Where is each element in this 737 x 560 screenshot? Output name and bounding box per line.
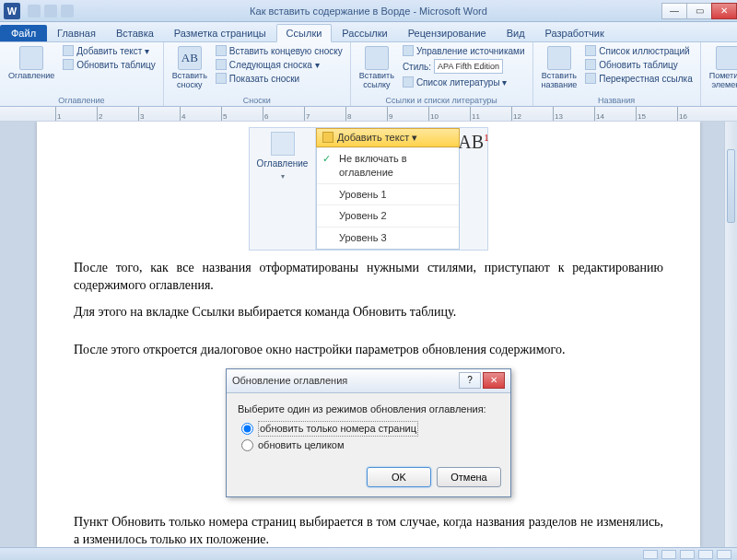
ruler-tick: 10 <box>428 107 470 121</box>
ruler-tick: 13 <box>553 107 594 121</box>
embedded-ribbon-dropdown: Оглавление ▾ Добавить текст ▾ Не включат… <box>249 127 488 251</box>
next-footnote-button[interactable]: Следующая сноска ▾ <box>214 58 345 71</box>
view-draft-icon[interactable] <box>717 550 731 559</box>
paragraph: После того, как все названия отформатиро… <box>74 260 663 295</box>
maximize-button[interactable]: ▭ <box>686 3 712 19</box>
ab-icon: AB <box>178 46 202 70</box>
group-index: Пометить элемент Предметный указатель Об… <box>701 42 737 106</box>
paragraph: Пункт Обновить только номера страниц выб… <box>74 514 663 547</box>
insert-endnote-button[interactable]: Вставить концевую сноску <box>214 44 345 57</box>
ruler-tick: 15 <box>636 107 677 121</box>
qat-save-icon[interactable] <box>28 5 41 18</box>
ruler-tick: 11 <box>470 107 511 121</box>
sources-icon <box>403 45 414 56</box>
ruler-tick: 9 <box>387 107 428 121</box>
mark-icon <box>716 46 737 70</box>
tab-file[interactable]: Файл <box>0 25 47 41</box>
cancel-button[interactable]: Отмена <box>437 467 501 487</box>
window-title: Как вставить содержание в Ворде - Micros… <box>250 6 487 17</box>
group-footnotes: AB Вставить сноску Вставить концевую сно… <box>164 42 351 106</box>
view-reading-icon[interactable] <box>661 550 676 559</box>
paragraph: Для этого на вкладке Ссылки выбирается к… <box>74 304 663 321</box>
dialog-close-button[interactable]: ✕ <box>483 372 505 389</box>
ruler-tick: 1 <box>55 107 97 121</box>
table-figures-button[interactable]: Список иллюстраций <box>583 44 694 57</box>
ruler-tick: 8 <box>345 107 387 121</box>
qat-redo-icon[interactable] <box>61 5 74 18</box>
view-web-icon[interactable] <box>680 550 695 559</box>
menu-item-not-include[interactable]: Не включать в оглавление <box>317 147 459 183</box>
tab-page-layout[interactable]: Разметка страницы <box>164 24 276 41</box>
ruler-tick: 16 <box>677 107 719 121</box>
ruler-tick: 14 <box>594 107 636 121</box>
tab-home[interactable]: Главная <box>47 24 106 41</box>
refresh-icon <box>585 59 596 70</box>
ruler-tick: 7 <box>304 107 345 121</box>
endnote-icon <box>216 45 227 56</box>
dialog-title: Обновление оглавления <box>232 374 457 388</box>
update-caption-table-button[interactable]: Обновить таблицу <box>583 58 694 71</box>
view-print-layout-icon[interactable] <box>643 550 658 559</box>
add-text-dropdown-header: Добавить текст ▾ <box>316 128 460 147</box>
quick-access-toolbar <box>28 5 74 18</box>
style-row: Стиль: APA Fifth Edition <box>401 58 527 75</box>
insert-caption-button[interactable]: Вставить название <box>539 44 580 92</box>
plus-icon <box>322 132 333 143</box>
bibliography-button[interactable]: Список литературы ▾ <box>401 76 527 88</box>
tab-review[interactable]: Рецензирование <box>398 24 497 41</box>
tab-references[interactable]: Ссылки <box>276 24 333 42</box>
menu-item-level3[interactable]: Уровень 3 <box>317 227 459 249</box>
ribbon: Оглавление Добавить текст ▾ Обновить таб… <box>0 42 737 107</box>
citation-icon <box>365 46 389 70</box>
list-icon <box>585 45 596 56</box>
dialog-prompt: Выберите один из режимов обновления огла… <box>238 402 499 416</box>
ruler-tick: 12 <box>511 107 553 121</box>
page[interactable]: Оглавление ▾ Добавить текст ▾ Не включат… <box>37 122 700 547</box>
horizontal-ruler[interactable]: 12345678910111213141516 <box>0 107 737 122</box>
menu-item-level1[interactable]: Уровень 1 <box>317 183 459 205</box>
tab-developer[interactable]: Разработчик <box>535 24 614 41</box>
radio-input[interactable] <box>241 423 253 435</box>
radio-input[interactable] <box>241 439 253 451</box>
radio-page-numbers[interactable]: обновить только номера страниц <box>241 421 499 437</box>
vertical-scrollbar[interactable] <box>724 122 737 547</box>
show-notes-button[interactable]: Показать сноски <box>214 72 345 85</box>
scrollbar-thumb[interactable] <box>727 149 735 223</box>
document-area: Оглавление ▾ Добавить текст ▾ Не включат… <box>0 122 737 547</box>
tab-insert[interactable]: Вставка <box>106 24 164 41</box>
manage-sources-button[interactable]: Управление источниками <box>401 44 527 57</box>
dialog-help-button[interactable]: ? <box>459 372 481 389</box>
tab-mailings[interactable]: Рассылки <box>332 24 397 41</box>
insert-footnote-button[interactable]: AB Вставить сноску <box>170 44 210 92</box>
app-icon: W <box>4 3 20 19</box>
ruler-tick: 3 <box>138 107 180 121</box>
view-outline-icon[interactable] <box>698 550 713 559</box>
statusbar <box>0 547 737 560</box>
group-citations: Вставить ссылку Управление источниками С… <box>351 42 533 106</box>
ok-button[interactable]: OK <box>367 467 431 487</box>
qat-undo-icon[interactable] <box>44 5 57 18</box>
ruler-tick: 4 <box>180 107 221 121</box>
ruler-tick: 5 <box>221 107 263 121</box>
radio-entire[interactable]: обновить целиком <box>241 438 499 452</box>
add-text-button[interactable]: Добавить текст ▾ <box>61 44 158 57</box>
titlebar: W Как вставить содержание в Ворде - Micr… <box>0 0 737 22</box>
group-captions: Вставить название Список иллюстраций Обн… <box>533 42 701 106</box>
toc-button[interactable]: Оглавление <box>6 44 57 83</box>
cross-reference-button[interactable]: Перекрестная ссылка <box>583 72 694 85</box>
mark-entry-button[interactable]: Пометить элемент <box>707 44 737 92</box>
update-table-button[interactable]: Обновить таблицу <box>61 58 158 71</box>
tab-view[interactable]: Вид <box>497 24 535 41</box>
embedded-dialog: Обновление оглавления ? ✕ Выберите один … <box>226 368 511 498</box>
ruler-tick: 6 <box>263 107 304 121</box>
biblio-icon <box>403 76 414 88</box>
close-button[interactable]: ✕ <box>711 3 737 19</box>
group-toc: Оглавление Добавить текст ▾ Обновить таб… <box>0 42 164 106</box>
style-combo[interactable]: APA Fifth Edition <box>434 59 503 74</box>
insert-citation-button[interactable]: Вставить ссылку <box>357 44 397 92</box>
minimize-button[interactable]: — <box>661 3 687 19</box>
menu-item-level2[interactable]: Уровень 2 <box>317 204 459 227</box>
ab-superscript-icon: AB1 <box>458 130 488 155</box>
paragraph: После этого откроется диалоговое окно на… <box>74 342 663 359</box>
plus-icon <box>63 45 74 56</box>
